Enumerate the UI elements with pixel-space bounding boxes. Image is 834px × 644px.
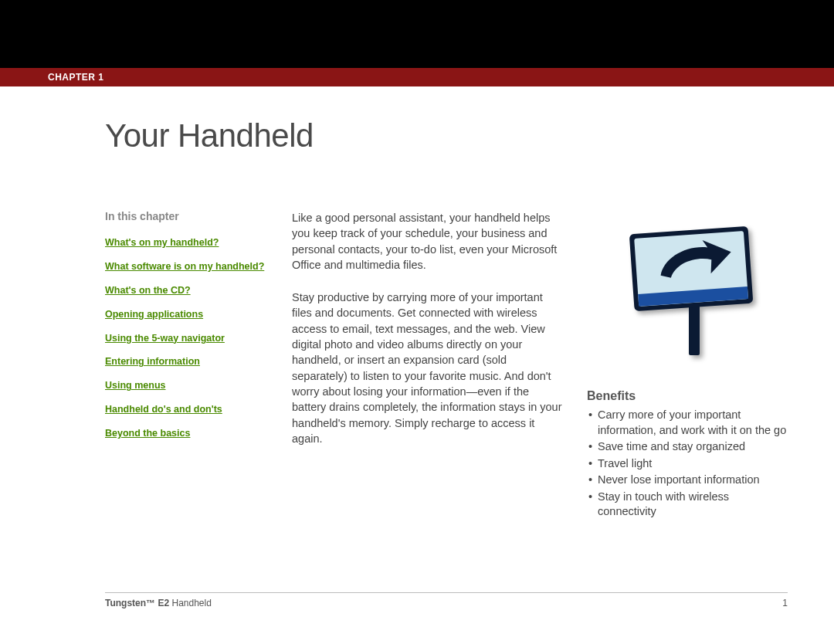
right-column: Benefits Carry more of your important in… [587, 210, 788, 521]
body-column: Like a good personal assistant, your han… [292, 210, 562, 521]
toc-link[interactable]: What software is on my handheld? [105, 260, 267, 273]
footer-page-number: 1 [782, 598, 788, 608]
toc-link[interactable]: What's on my handheld? [105, 236, 267, 249]
intro-paragraph-2: Stay productive by carrying more of your… [292, 290, 562, 446]
benefits-list: Carry more of your important information… [587, 408, 788, 520]
toc-link[interactable]: What's on the CD? [105, 284, 267, 297]
footer-product-bold: Tungsten™ E2 [105, 598, 169, 608]
toc-link[interactable]: Beyond the basics [105, 427, 267, 440]
benefits-heading: Benefits [587, 389, 788, 403]
intro-paragraph-1: Like a good personal assistant, your han… [292, 210, 562, 273]
chapter-title: Your Handheld [0, 86, 834, 154]
toc-link[interactable]: Opening applications [105, 308, 267, 321]
benefit-item: Carry more of your important information… [587, 408, 788, 438]
toc-sidebar: In this chapter What's on my handheld? W… [105, 210, 267, 521]
toc-link[interactable]: Handheld do's and don'ts [105, 403, 267, 416]
benefit-item: Stay in touch with wireless connectivity [587, 490, 788, 520]
benefit-item: Travel light [587, 456, 788, 472]
toc-link[interactable]: Using menus [105, 379, 267, 392]
toc-link[interactable]: Using the 5-way navigator [105, 332, 267, 345]
benefit-item: Save time and stay organized [587, 439, 788, 455]
footer-product: Tungsten™ E2 Handheld [105, 598, 212, 608]
toc-heading: In this chapter [105, 210, 267, 222]
top-black-margin [0, 0, 834, 68]
benefit-item: Never lose important information [587, 473, 788, 488]
toc-link[interactable]: Entering information [105, 355, 267, 368]
footer-product-rest: Handheld [169, 598, 212, 608]
chapter-bar: CHAPTER 1 [0, 68, 834, 86]
content-row: In this chapter What's on my handheld? W… [0, 154, 834, 521]
sign-illustration [587, 210, 788, 368]
arrow-sign-icon [618, 210, 764, 364]
page-footer: Tungsten™ E2 Handheld 1 [105, 592, 788, 608]
svg-rect-0 [689, 301, 700, 355]
